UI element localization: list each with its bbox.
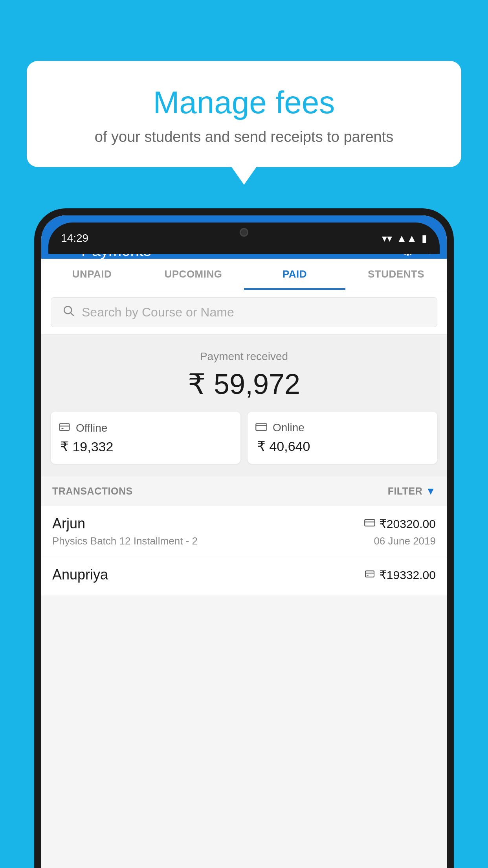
online-card: Online ₹ 40,640	[248, 412, 437, 464]
transaction-date: 06 June 2019	[374, 535, 436, 547]
student-name: Arjun	[52, 515, 85, 532]
svg-rect-2	[60, 424, 70, 431]
speech-bubble: Manage fees of your students and send re…	[27, 61, 461, 167]
camera	[240, 228, 248, 237]
battery-icon: ▮	[422, 232, 427, 245]
notch	[220, 223, 268, 242]
svg-rect-7	[365, 520, 375, 526]
online-card-header: Online	[255, 421, 305, 434]
svg-rect-9	[365, 571, 374, 577]
tabs-container: UNPAID UPCOMING PAID STUDENTS	[41, 259, 447, 290]
svg-rect-5	[256, 424, 267, 431]
tab-upcoming[interactable]: UPCOMING	[143, 259, 244, 290]
payment-amount: ₹ 59,972	[51, 368, 437, 401]
phone-container: 14:29 ▾▾ ▲▲ ▮ ← Payments ⚙ +	[34, 208, 454, 868]
offline-card-header: Offline	[59, 421, 107, 435]
status-time: 14:29	[61, 232, 88, 245]
offline-type: Offline	[76, 422, 107, 434]
offline-amount: ₹ 19,332	[59, 439, 113, 454]
wifi-icon: ▾▾	[382, 232, 392, 245]
online-payment-icon	[364, 517, 375, 530]
speech-bubble-container: Manage fees of your students and send re…	[27, 61, 461, 167]
filter-container[interactable]: FILTER ▼	[388, 485, 436, 497]
payment-cards: Offline ₹ 19,332 Online	[51, 412, 437, 464]
bubble-subtitle: of your students and send receipts to pa…	[58, 129, 430, 145]
filter-label: FILTER	[388, 485, 423, 497]
transaction-amount: ₹20320.00	[364, 517, 436, 531]
payment-summary: Payment received ₹ 59,972	[41, 335, 447, 476]
svg-line-1	[71, 313, 73, 316]
payment-label: Payment received	[51, 350, 437, 363]
transaction-top: Arjun ₹20320.00	[52, 515, 436, 532]
signal-icon: ▲▲	[397, 232, 417, 245]
student-name-2: Anupriya	[52, 566, 108, 583]
status-bar: 14:29 ▾▾ ▲▲ ▮	[48, 223, 440, 254]
transaction-bottom: Physics Batch 12 Installment - 2 06 June…	[52, 535, 436, 547]
tab-unpaid[interactable]: UNPAID	[41, 259, 143, 290]
online-icon	[255, 421, 267, 434]
transaction-amount-2: ₹19332.00	[364, 568, 436, 582]
search-icon	[62, 304, 75, 320]
online-amount: ₹ 40,640	[255, 438, 310, 454]
course-info: Physics Batch 12 Installment - 2	[52, 535, 198, 547]
search-bar[interactable]: Search by Course or Name	[51, 297, 437, 327]
filter-icon: ▼	[426, 485, 436, 497]
svg-point-0	[64, 306, 72, 314]
transaction-row[interactable]: Arjun ₹20320.00 Physics Batch 12 Install…	[41, 506, 447, 557]
transactions-label: TRANSACTIONS	[52, 485, 133, 497]
offline-icon	[59, 421, 70, 435]
offline-card: Offline ₹ 19,332	[51, 412, 240, 464]
phone-frame: 14:29 ▾▾ ▲▲ ▮ ← Payments ⚙ +	[34, 208, 454, 868]
transactions-header: TRANSACTIONS FILTER ▼	[41, 476, 447, 506]
search-input[interactable]: Search by Course or Name	[82, 305, 234, 320]
bubble-title: Manage fees	[58, 85, 430, 121]
transaction-top-2: Anupriya ₹19332.00	[52, 566, 436, 583]
tab-students[interactable]: STUDENTS	[345, 259, 447, 290]
phone-screen: 14:29 ▾▾ ▲▲ ▮ ← Payments ⚙ +	[41, 215, 447, 868]
transaction-row[interactable]: Anupriya ₹19332.00	[41, 557, 447, 596]
tab-paid[interactable]: PAID	[244, 259, 345, 290]
search-container: Search by Course or Name	[41, 290, 447, 335]
status-icons: ▾▾ ▲▲ ▮	[382, 232, 427, 245]
offline-payment-icon	[364, 569, 375, 581]
online-type: Online	[273, 421, 305, 434]
